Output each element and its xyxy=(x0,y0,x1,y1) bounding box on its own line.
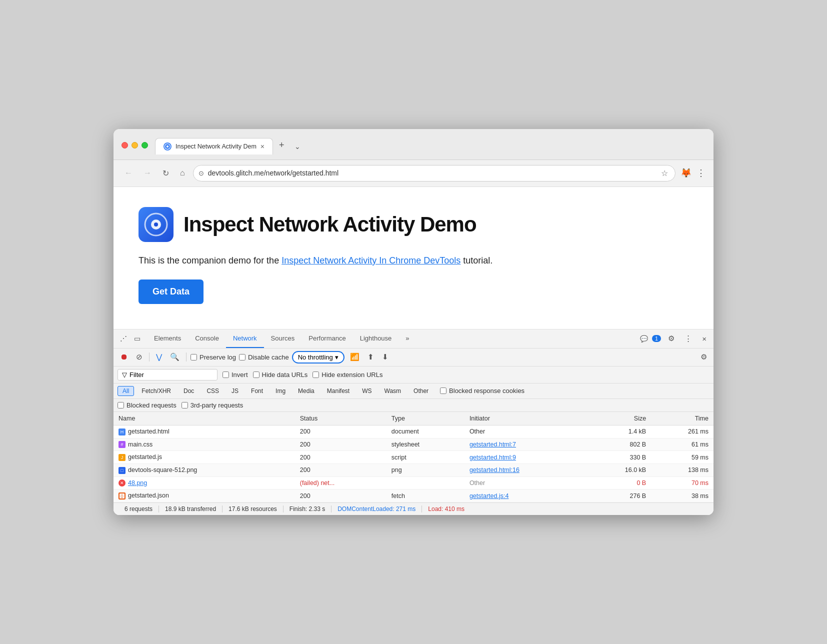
description-link[interactable]: Inspect Network Activity In Chrome DevTo… xyxy=(282,256,460,266)
third-party-checkbox[interactable] xyxy=(182,402,188,408)
cell-status: 200 xyxy=(295,425,386,438)
cell-time: 138 ms xyxy=(651,464,714,477)
type-btn-fetch-xhr[interactable]: Fetch/XHR xyxy=(136,386,176,396)
table-row[interactable]: #main.css200stylesheetgetstarted.html:78… xyxy=(114,438,714,451)
throttle-arrow-icon: ▾ xyxy=(335,354,338,361)
hide-data-urls-text: Hide data URLs xyxy=(262,371,308,378)
disable-cache-checkbox[interactable] xyxy=(239,354,246,360)
cell-initiator[interactable]: getstarted.js:4 xyxy=(464,490,588,502)
cell-time: 61 ms xyxy=(651,438,714,451)
online-button[interactable]: 📶 xyxy=(348,351,362,363)
clear-button[interactable]: ⊘ xyxy=(134,351,145,363)
preserve-log-text: Preserve log xyxy=(200,354,236,361)
filter-toggle-button[interactable]: ⋁ xyxy=(154,351,164,363)
type-btn-all[interactable]: All xyxy=(118,386,134,396)
tab-console[interactable]: Console xyxy=(188,330,226,348)
hide-data-urls-label[interactable]: Hide data URLs xyxy=(253,371,308,378)
download-button[interactable]: ⬇ xyxy=(380,351,391,363)
cell-type: stylesheet xyxy=(386,438,464,451)
address-bar[interactable]: ⊙ devtools.glitch.me/network/getstarted.… xyxy=(193,165,676,182)
devtools-device-icon[interactable]: ▭ xyxy=(132,333,143,344)
tab-lighthouse[interactable]: Lighthouse xyxy=(353,330,399,348)
devtools-settings-button[interactable]: ⚙ xyxy=(665,332,678,345)
disable-cache-label[interactable]: Disable cache xyxy=(239,354,289,361)
preserve-log-label[interactable]: Preserve log xyxy=(190,354,236,361)
cell-size: 330 B xyxy=(588,451,652,464)
col-size: Size xyxy=(588,412,652,426)
blocked-response-cookies-label[interactable]: Blocked response cookies xyxy=(440,387,524,394)
minimize-traffic-light[interactable] xyxy=(132,142,138,148)
transferred-size: 18.9 kB transferred xyxy=(159,506,222,512)
menu-button[interactable]: ⋮ xyxy=(696,168,706,178)
devtools-more-button[interactable]: ⋮ xyxy=(682,332,695,345)
message-icon: 💬 xyxy=(640,335,648,342)
table-row[interactable]: Hgetstarted.html200documentOther1.4 kB26… xyxy=(114,425,714,438)
blocked-response-cookies-checkbox[interactable] xyxy=(440,388,446,394)
new-tab-button[interactable]: + xyxy=(273,136,290,154)
invert-checkbox[interactable] xyxy=(222,372,229,378)
type-btn-img[interactable]: Img xyxy=(270,386,290,396)
hide-ext-urls-label[interactable]: Hide extension URLs xyxy=(312,371,382,378)
search-button[interactable]: 🔍 xyxy=(168,351,182,363)
tab-more[interactable]: » xyxy=(398,330,416,348)
cell-name: ✕48.png xyxy=(114,476,295,490)
blocked-requests-label[interactable]: Blocked requests xyxy=(118,402,176,409)
type-btn-other[interactable]: Other xyxy=(408,386,434,396)
invert-label[interactable]: Invert xyxy=(222,371,248,378)
cell-initiator[interactable]: getstarted.html:9 xyxy=(464,451,588,464)
upload-button[interactable]: ⬆ xyxy=(365,351,376,363)
forward-button[interactable]: → xyxy=(140,166,154,180)
active-tab[interactable]: Inspect Network Activity Dem × xyxy=(155,138,273,154)
table-row[interactable]: {}getstarted.json200fetchgetstarted.js:4… xyxy=(114,490,714,502)
tab-sources[interactable]: Sources xyxy=(264,330,302,348)
close-traffic-light[interactable] xyxy=(122,142,128,148)
preserve-log-checkbox[interactable] xyxy=(190,354,197,360)
third-party-label[interactable]: 3rd-party requests xyxy=(182,402,244,409)
type-btn-js[interactable]: JS xyxy=(226,386,244,396)
table-row[interactable]: Jgetstarted.js200scriptgetstarted.html:9… xyxy=(114,451,714,464)
devtools-panel: ⋰ ▭ Elements Console Network Sources Per… xyxy=(114,329,714,515)
dom-content-loaded: DOMContentLoaded: 271 ms xyxy=(332,506,422,512)
home-button[interactable]: ⌂ xyxy=(177,166,188,180)
page-title: Inspect Network Activity Demo xyxy=(184,212,476,236)
maximize-traffic-light[interactable] xyxy=(142,142,148,148)
description-suffix: tutorial. xyxy=(460,256,492,266)
cell-initiator[interactable]: getstarted.html:16 xyxy=(464,464,588,477)
throttle-select[interactable]: No throttling ▾ xyxy=(292,351,344,364)
tab-more-button[interactable]: ⌄ xyxy=(290,138,304,154)
record-button[interactable]: ⏺ xyxy=(118,351,130,363)
table-row[interactable]: ✕48.png(failed) net...Other0 B70 ms xyxy=(114,476,714,490)
filter-input[interactable]: ▽ Filter xyxy=(118,369,218,380)
type-btn-wasm[interactable]: Wasm xyxy=(380,386,406,396)
cell-status: (failed) net... xyxy=(295,476,386,490)
type-btn-manifest[interactable]: Manifest xyxy=(322,386,354,396)
back-button[interactable]: ← xyxy=(122,166,136,180)
reload-button[interactable]: ↻ xyxy=(160,166,172,180)
cell-initiator[interactable]: getstarted.html:7 xyxy=(464,438,588,451)
tab-performance[interactable]: Performance xyxy=(302,330,352,348)
cell-status: 200 xyxy=(295,438,386,451)
devtools-close-button[interactable]: × xyxy=(699,332,710,345)
cell-size: 276 B xyxy=(588,490,652,502)
blocked-requests-checkbox[interactable] xyxy=(118,402,124,408)
hide-data-urls-checkbox[interactable] xyxy=(253,372,260,378)
third-party-text: 3rd-party requests xyxy=(190,402,244,409)
extension-icon[interactable]: 🦊 xyxy=(680,168,692,178)
table-row[interactable]: □devtools-square-512.png200pnggetstarted… xyxy=(114,464,714,477)
devtools-inspect-icon[interactable]: ⋰ xyxy=(118,333,130,344)
type-btn-css[interactable]: CSS xyxy=(202,386,224,396)
type-btn-ws[interactable]: WS xyxy=(357,386,376,396)
load-time: Load: 410 ms xyxy=(422,506,470,512)
type-btn-doc[interactable]: Doc xyxy=(178,386,199,396)
tab-network[interactable]: Network xyxy=(226,330,264,348)
type-btn-media[interactable]: Media xyxy=(293,386,320,396)
col-name: Name xyxy=(114,412,295,426)
cell-type: document xyxy=(386,425,464,438)
hide-ext-urls-checkbox[interactable] xyxy=(312,372,319,378)
network-settings-button[interactable]: ⚙ xyxy=(698,351,710,363)
tab-elements[interactable]: Elements xyxy=(147,330,188,348)
tab-close-button[interactable]: × xyxy=(260,142,264,150)
bookmark-icon[interactable]: ☆ xyxy=(661,168,668,178)
type-btn-font[interactable]: Font xyxy=(246,386,268,396)
get-data-button[interactable]: Get Data xyxy=(138,280,204,304)
